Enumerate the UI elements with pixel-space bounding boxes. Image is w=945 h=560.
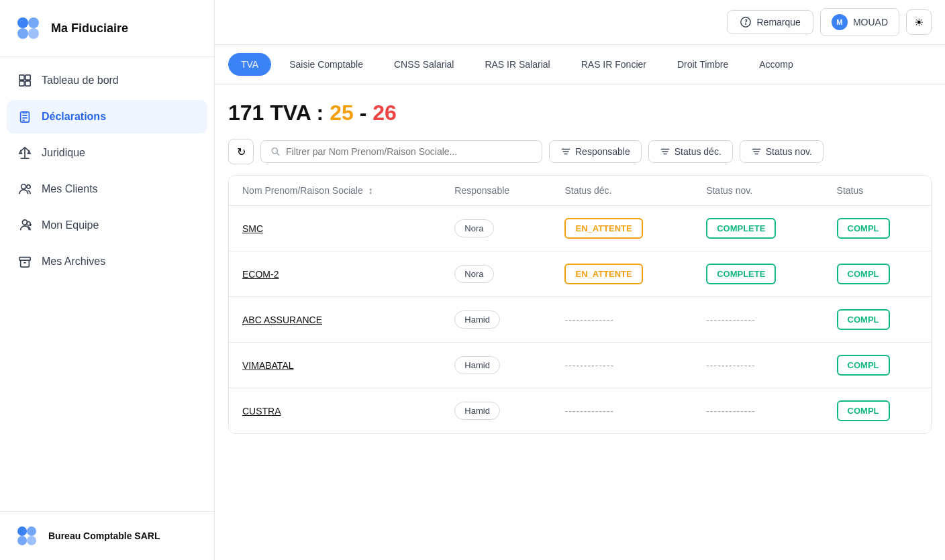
sidebar-item-label: Déclarations	[42, 111, 106, 123]
svg-point-24	[17, 536, 27, 545]
search-input[interactable]	[286, 146, 532, 157]
svg-point-0	[17, 17, 28, 28]
status-badge: COMPL	[837, 400, 890, 421]
tab-droit-timbre[interactable]: Droit Timbre	[664, 53, 741, 76]
client-name-link[interactable]: ABC ASSURANCE	[242, 315, 322, 325]
status-badge: COMPL	[837, 309, 890, 330]
svg-point-1	[28, 17, 39, 28]
search-box	[260, 140, 542, 163]
cell-status: COMPL	[824, 343, 931, 388]
svg-point-15	[27, 185, 30, 188]
sidebar-item-tableau-de-bord[interactable]: Tableau de bord	[7, 64, 207, 97]
col-status: Status	[824, 176, 931, 206]
svg-rect-4	[19, 75, 24, 80]
refresh-button[interactable]: ↻	[228, 139, 254, 164]
topbar: Remarque M MOUAD ☀	[215, 0, 945, 45]
team-icon	[17, 218, 32, 233]
sidebar: Ma Fiduciaire Tableau de bord	[0, 0, 215, 560]
svg-point-22	[17, 526, 27, 536]
svg-rect-20	[19, 258, 30, 261]
toolbar: ↻ Responsable	[228, 139, 932, 164]
tab-tva[interactable]: TVA	[228, 53, 271, 76]
sidebar-item-declarations[interactable]: Déclarations	[7, 100, 207, 133]
sidebar-nav: Tableau de bord Déclarations	[0, 57, 214, 511]
status-dec-dash: -------------	[564, 315, 614, 325]
status-dec-dash: -------------	[564, 406, 614, 416]
company-name: Bureau Comptable SARL	[48, 530, 160, 542]
status-badge: COMPL	[837, 355, 890, 376]
client-name-link[interactable]: VIMABATAL	[242, 360, 294, 371]
svg-point-27	[745, 23, 746, 24]
tab-ras-ir-foncier[interactable]: RAS IR Foncier	[568, 53, 659, 76]
cell-nom: VIMABATAL	[229, 343, 441, 388]
page-title: 171 TVA : 25 - 26	[228, 101, 932, 125]
cell-status-nov: COMPLETE	[693, 251, 823, 297]
responsable-badge: Hamid	[454, 311, 500, 329]
app-logo-icon	[13, 13, 43, 43]
responsable-badge: Hamid	[454, 356, 500, 374]
cell-status: COMPL	[824, 251, 931, 297]
svg-point-3	[28, 28, 39, 39]
filter-status-nov-button[interactable]: Status nov.	[740, 140, 824, 163]
user-name: MOUAD	[853, 17, 888, 27]
svg-rect-7	[26, 81, 30, 86]
col-responsable: Responsable	[441, 176, 551, 206]
status-dec-badge: EN_ATTENTE	[564, 218, 642, 239]
client-name-link[interactable]: CUSTRA	[242, 406, 281, 416]
cell-nom: SMC	[229, 206, 441, 251]
users-icon	[17, 182, 32, 197]
cell-nom: ABC ASSURANCE	[229, 297, 441, 343]
svg-point-23	[27, 526, 36, 536]
scale-icon	[17, 146, 32, 160]
sidebar-item-mon-equipe[interactable]: Mon Equipe	[7, 209, 207, 242]
sidebar-item-juridique[interactable]: Juridique	[7, 136, 207, 170]
tab-cnss-salarial[interactable]: CNSS Salarial	[381, 53, 466, 76]
status-nov-dash: -------------	[706, 315, 756, 325]
cell-nom: ECOM-2	[229, 251, 441, 297]
cell-status-dec: -------------	[551, 343, 693, 388]
sidebar-item-label: Mon Equipe	[42, 219, 99, 231]
responsable-badge: Nora	[454, 265, 493, 283]
filter-status-dec-button[interactable]: Status déc.	[648, 140, 733, 163]
status-badge: COMPL	[837, 218, 890, 239]
content-area: 171 TVA : 25 - 26 ↻ Responsable	[215, 85, 945, 560]
clipboard-icon	[17, 109, 32, 124]
grid-icon	[17, 73, 32, 88]
cell-status-dec: -------------	[551, 388, 693, 434]
client-name-link[interactable]: ECOM-2	[242, 269, 279, 280]
sidebar-item-label: Mes Archives	[42, 256, 105, 268]
responsable-badge: Hamid	[454, 402, 500, 420]
archive-icon	[17, 254, 32, 269]
cell-status-nov: -------------	[693, 388, 823, 434]
sidebar-item-mes-clients[interactable]: Mes Clients	[7, 172, 207, 206]
tab-saisie-comptable[interactable]: Saisie Comptable	[277, 53, 376, 76]
cell-status-nov: COMPLETE	[693, 206, 823, 251]
status-nov-dash: -------------	[706, 406, 756, 416]
app-name: Ma Fiduciaire	[51, 21, 128, 36]
tab-ras-ir-salarial[interactable]: RAS IR Salarial	[472, 53, 562, 76]
filter-responsable-button[interactable]: Responsable	[549, 140, 642, 163]
cell-status-dec: EN_ATTENTE	[551, 206, 693, 251]
sidebar-item-label: Juridique	[42, 147, 85, 159]
filter-icon-2	[660, 146, 670, 157]
table-row: VIMABATAL Hamid ------------- ----------…	[229, 343, 931, 388]
main-content: Remarque M MOUAD ☀ TVA Saisie Comptable …	[215, 0, 945, 560]
client-name-link[interactable]: SMC	[242, 223, 263, 234]
status-nov-badge: COMPLETE	[706, 218, 776, 239]
sidebar-item-mes-archives[interactable]: Mes Archives	[7, 245, 207, 278]
theme-toggle-button[interactable]: ☀	[906, 9, 932, 35]
refresh-icon: ↻	[237, 146, 246, 158]
table-row: ECOM-2 Nora EN_ATTENTE COMPLETE COMPL	[229, 251, 931, 297]
remarque-button[interactable]: Remarque	[727, 10, 813, 34]
search-icon	[270, 146, 281, 157]
user-avatar: M	[832, 14, 848, 30]
help-circle-icon	[740, 16, 752, 28]
col-nom: Nom Prenom/Raison Sociale ↕	[229, 176, 441, 206]
cell-status: COMPL	[824, 297, 931, 343]
tab-accomp[interactable]: Accomp	[746, 53, 806, 76]
user-menu-button[interactable]: M MOUAD	[820, 8, 899, 36]
cell-nom: CUSTRA	[229, 388, 441, 434]
svg-point-25	[27, 536, 36, 545]
svg-point-14	[21, 184, 26, 189]
filter-status-dec-label: Status déc.	[675, 146, 722, 157]
